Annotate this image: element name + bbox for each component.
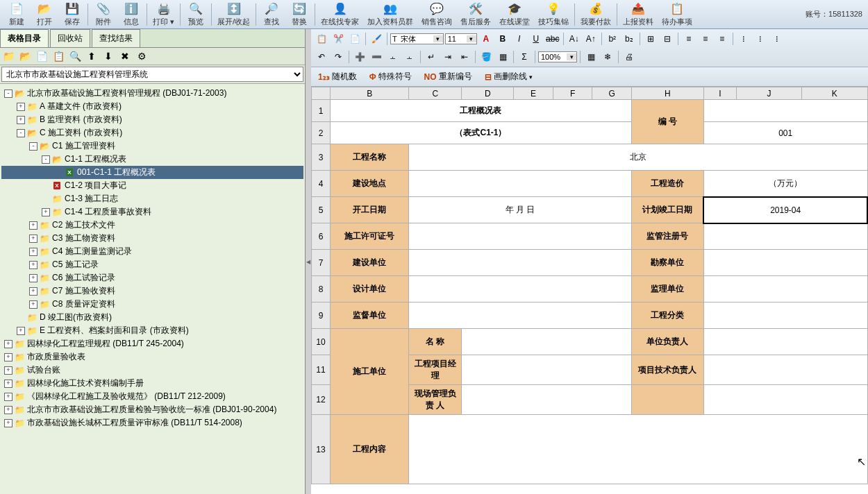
italic-icon[interactable]: I — [512, 32, 527, 46]
tree-expander-icon[interactable]: + — [29, 221, 37, 230]
tree-tool-icon[interactable]: 📋 — [51, 49, 65, 63]
col-header[interactable]: D — [462, 87, 514, 100]
delete-col-icon[interactable]: ⫠ — [402, 50, 417, 64]
tree-node[interactable]: +📁C8 质量评定资料 — [1, 298, 303, 311]
insert-col-icon[interactable]: ⫠ — [385, 50, 401, 64]
tree-node[interactable]: 📁D 竣工图(市政资料) — [1, 311, 303, 324]
col-header[interactable]: K — [802, 87, 867, 100]
tree-expander-icon[interactable]: + — [29, 235, 37, 243]
align-right-icon[interactable]: ≡ — [715, 32, 730, 46]
tree-expander-icon[interactable]: + — [4, 419, 12, 427]
font-size-combo[interactable]: ▾ — [445, 33, 477, 44]
tree-expander-icon[interactable]: + — [17, 327, 25, 335]
tree-node[interactable]: +📁B 监理资料 (市政资料) — [1, 113, 303, 126]
valign-bottom-icon[interactable]: ⫶ — [769, 32, 785, 46]
tree-node[interactable]: +📁C7 施工验收资料 — [1, 284, 303, 298]
tree-expander-icon[interactable]: + — [4, 340, 12, 348]
align-center-icon[interactable]: ≡ — [698, 32, 713, 46]
toolbar-新建[interactable]: 📄新建 — [3, 1, 31, 28]
increase-font-icon[interactable]: A↑ — [583, 32, 599, 46]
tree-node[interactable]: +📁市政质量验收表 — [1, 350, 303, 364]
paste-icon[interactable]: 📄 — [347, 32, 362, 46]
tab-回收站[interactable]: 回收站 — [50, 29, 90, 47]
tree-node[interactable]: +📁C3 施工物资资料 — [1, 232, 303, 245]
tree-node[interactable]: -📂C1-1 工程概况表 — [1, 153, 303, 166]
copy-icon[interactable]: 📋 — [314, 32, 329, 46]
tree-node[interactable]: 📁C1-3 施工日志 — [1, 192, 303, 205]
special-重新编号[interactable]: NO重新编号 — [422, 69, 475, 84]
tree-expander-icon[interactable]: + — [17, 103, 25, 111]
col-header[interactable]: J — [736, 87, 801, 100]
split-cells-icon[interactable]: ⊟ — [660, 32, 675, 46]
tree-node[interactable]: +📁A 基建文件 (市政资料) — [1, 100, 303, 113]
tree-expander-icon[interactable]: + — [4, 366, 12, 375]
tree-node[interactable]: XC1-2 项目大事记 — [1, 179, 303, 192]
tree-expander-icon[interactable]: + — [29, 248, 37, 256]
col-header[interactable]: H — [631, 87, 703, 100]
tree-node[interactable]: +📁试验台账 — [1, 364, 303, 377]
special-画删除线[interactable]: ⊟画删除线▾ — [482, 69, 535, 84]
col-header[interactable]: E — [514, 87, 553, 100]
tree-node[interactable]: +📁市政基础设施长城杯工程质量评审标准 (DB11/T 514-2008) — [1, 416, 303, 429]
tree-expander-icon[interactable]: + — [29, 274, 37, 282]
sum-icon[interactable]: Σ — [517, 50, 532, 64]
tree-node[interactable]: X001-C1-1 工程概况表 — [1, 166, 303, 179]
toolbar-信息[interactable]: ℹ️信息 — [117, 1, 145, 28]
col-header[interactable]: B — [331, 87, 409, 100]
tree-node[interactable]: +📁《园林绿化工程施工及验收规范》 (DB11/T 212-2009) — [1, 390, 303, 403]
tree-node[interactable]: +📁C6 施工试验记录 — [1, 271, 303, 284]
toolbar-在线找专家[interactable]: 👤在线找专家 — [317, 1, 363, 28]
tree-expander-icon[interactable]: + — [29, 300, 37, 309]
tree-expander-icon[interactable]: + — [29, 261, 37, 269]
outdent-icon[interactable]: ⇤ — [457, 50, 472, 64]
tree-expander-icon[interactable]: - — [29, 142, 37, 151]
tree-node[interactable]: +📁C5 施工记录 — [1, 258, 303, 271]
toolbar-在线课堂[interactable]: 🎓在线课堂 — [495, 1, 534, 28]
tree-view[interactable]: -📂北京市政基础设施工程资料管理规程 (DBJ01-71-2003)+📁A 基建… — [0, 84, 305, 494]
col-header[interactable]: I — [703, 87, 736, 100]
toolbar-售后服务[interactable]: 🛠️售后服务 — [456, 1, 495, 28]
tree-expander-icon[interactable]: + — [29, 287, 37, 296]
system-dropdown[interactable]: 北京市市政基础设施工程资料管理系统 — [1, 67, 303, 82]
wrap-text-icon[interactable]: ↵ — [424, 50, 439, 64]
tree-node[interactable]: -📂C 施工资料 (市政资料) — [1, 126, 303, 139]
tree-node[interactable]: +📁园林绿化施工技术资料编制手册 — [1, 377, 303, 390]
zoom-combo[interactable]: ▾ — [538, 51, 577, 62]
tree-tool-icon[interactable]: 🔍 — [68, 49, 82, 63]
tab-表格目录[interactable]: 表格目录 — [0, 29, 49, 47]
undo-icon[interactable]: ↶ — [314, 50, 329, 64]
tree-expander-icon[interactable]: + — [17, 116, 25, 124]
col-header[interactable]: F — [553, 87, 592, 100]
tree-tool-icon[interactable]: ⬆ — [85, 49, 99, 63]
tree-node[interactable]: +📁园林绿化工程监理规程 (DB11/T 245-2004) — [1, 337, 303, 350]
tree-tool-icon[interactable]: ⚙ — [135, 49, 149, 63]
tree-expander-icon[interactable]: + — [4, 353, 12, 361]
toolbar-展开/收起[interactable]: ↕️展开/收起 — [213, 1, 254, 28]
underline-icon[interactable]: U — [528, 32, 544, 46]
toolbar-上报资料[interactable]: 📤上报资料 — [619, 1, 658, 28]
freeze-icon[interactable]: ❄ — [600, 50, 615, 64]
toolbar-附件[interactable]: 📎附件 — [90, 1, 117, 28]
col-header[interactable]: C — [409, 87, 462, 100]
bold-icon[interactable]: B — [495, 32, 510, 46]
toolbar-打印[interactable]: 🖨️打印 ▾ — [149, 1, 178, 28]
decrease-font-icon[interactable]: A↓ — [567, 32, 582, 46]
tree-expander-icon[interactable]: - — [4, 90, 12, 98]
subscript-icon[interactable]: b₂ — [621, 32, 637, 46]
toolbar-加入资料员群[interactable]: 👥加入资料员群 — [363, 1, 417, 28]
grid-icon[interactable]: ▦ — [583, 50, 599, 64]
tree-node[interactable]: +📁北京市市政基础设施工程质量检验与验收统一标准 (DBJ01-90-2004) — [1, 403, 303, 416]
valign-middle-icon[interactable]: ⫶ — [753, 32, 768, 46]
col-header[interactable]: G — [592, 87, 632, 100]
tree-node[interactable]: +📁C1-4 工程质量事故资料 — [1, 205, 303, 219]
toolbar-销售咨询[interactable]: 💬销售咨询 — [417, 1, 456, 28]
tree-node[interactable]: -📂北京市政基础设施工程资料管理规程 (DBJ01-71-2003) — [1, 87, 303, 100]
tree-expander-icon[interactable]: + — [42, 208, 50, 216]
special-特殊符号[interactable]: Φ特殊符号 — [367, 69, 415, 84]
font-color-icon[interactable]: A — [478, 32, 494, 46]
toolbar-预览[interactable]: 🔍预览 — [182, 1, 210, 28]
toolbar-打开[interactable]: 📂打开 — [31, 1, 58, 28]
tree-node[interactable]: +📁C2 施工技术文件 — [1, 219, 303, 232]
print-area-icon[interactable]: 🖨 — [621, 50, 637, 64]
tree-tool-icon[interactable]: ⬇ — [101, 49, 115, 63]
